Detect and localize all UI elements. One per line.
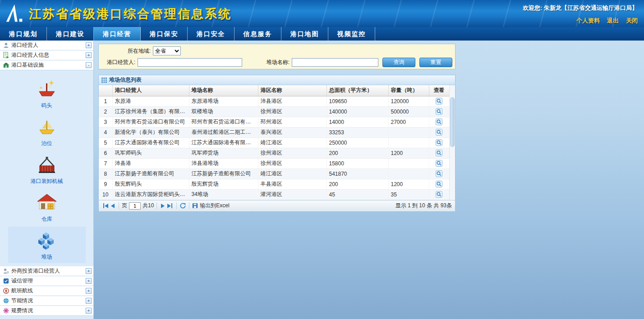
infrastructure-icon <box>2 62 9 69</box>
sidebar-group[interactable]: 诚信管理+ <box>0 276 93 286</box>
profile-link[interactable]: 个人资料 <box>576 17 600 25</box>
table-row[interactable]: 4新浦化学（泰兴）有限公司泰州港过船港区二期工程进...泰兴港区33253 <box>99 127 449 137</box>
expand-toggle-icon[interactable]: + <box>86 278 92 284</box>
column-header[interactable]: 查看 <box>429 85 449 96</box>
nav-tab[interactable]: 港口地图 <box>281 27 328 41</box>
column-header[interactable]: 港口经营人 <box>112 85 189 96</box>
row-number-header[interactable] <box>99 85 112 96</box>
view-icon[interactable] <box>436 191 442 198</box>
view-icon[interactable] <box>436 118 442 125</box>
nav-tab[interactable]: 港口建设 <box>47 27 94 41</box>
view-icon[interactable] <box>436 139 442 146</box>
table-row[interactable]: 6巩军师码头巩军师货场徐州港区2001200 <box>99 148 449 158</box>
logout-link[interactable]: 退出 <box>607 17 619 25</box>
table-row[interactable]: 3邳州市黄石货运港口有限公司邳州市黄石货运港口有限公...邳州港区1400027… <box>99 117 449 127</box>
nav-tab[interactable]: 港口经营 <box>94 27 141 41</box>
sidebar-group-label: 航班航线 <box>11 287 86 295</box>
view-icon[interactable] <box>436 108 442 115</box>
district-cell: 徐州港区 <box>258 158 327 169</box>
sidebar-bottom-groups: 外商投资港口经营人+诚信管理+航班航线+节能情况+规费情况+ <box>0 266 93 316</box>
area-cell: 250000 <box>327 137 388 148</box>
row-number-cell: 4 <box>99 127 112 137</box>
table-row[interactable]: 5江苏大通国际港务有限公司江苏大通国际港务有限公司靖江港区250000 <box>99 137 449 148</box>
expand-toggle-icon[interactable]: + <box>86 268 92 274</box>
view-cell <box>429 158 449 169</box>
expand-toggle-icon[interactable]: + <box>86 42 92 48</box>
scrollbar-thumb[interactable] <box>450 97 455 147</box>
sidebar-group-label: 港口经营人 <box>11 41 86 49</box>
close-link[interactable]: 关闭 <box>626 17 638 25</box>
expand-toggle-icon[interactable]: + <box>86 52 92 58</box>
export-excel-button[interactable]: 输出到Excel <box>192 202 229 210</box>
yard-name-input[interactable] <box>292 58 378 67</box>
page-input[interactable] <box>129 202 141 210</box>
pager-divider <box>176 202 177 209</box>
prev-page-button[interactable] <box>111 204 115 208</box>
view-icon[interactable] <box>436 170 442 177</box>
facility-item[interactable]: 堆场 <box>8 227 86 263</box>
table-row[interactable]: 8江苏新扬子造船有限公司江苏新扬子造船有限公司靖江港区541870 <box>99 169 449 179</box>
table-scrollbar[interactable] <box>449 85 455 200</box>
sidebar-group[interactable]: 港口经营人信息+ <box>0 50 93 60</box>
yard-name-cell: 江苏新扬子造船有限公司 <box>189 169 258 179</box>
facility-item[interactable]: 港口装卸机械 <box>8 151 86 187</box>
sidebar-group-label: 诚信管理 <box>11 277 86 285</box>
view-icon[interactable] <box>436 150 442 156</box>
yard-name-cell: 34堆场 <box>189 189 258 200</box>
nav-tab[interactable]: 港口安全 <box>188 27 235 41</box>
sidebar-group[interactable]: 节能情况+ <box>0 296 93 306</box>
facility-item[interactable]: 码头 <box>8 75 86 112</box>
operator-input[interactable] <box>138 58 242 67</box>
view-icon[interactable] <box>436 129 442 136</box>
view-icon[interactable] <box>436 160 442 167</box>
column-header[interactable]: 堆场名称 <box>189 85 258 96</box>
table-row[interactable]: 10连云港新东方国际货柜码头有限...34堆场灌河港区4535 <box>99 189 449 200</box>
sidebar-group[interactable]: 港口基础设施- <box>0 60 93 70</box>
last-page-button[interactable] <box>167 203 172 208</box>
sidebar-group[interactable]: 航班航线+ <box>0 286 93 296</box>
sidebar-group-label: 港口经营人信息 <box>11 51 86 59</box>
region-select[interactable]: 全省 <box>153 46 181 55</box>
view-cell <box>429 189 449 200</box>
reset-button[interactable]: 重置 <box>419 58 452 67</box>
column-header[interactable]: 总面积（平方米） <box>327 85 388 96</box>
table-row[interactable]: 9殷宪辉码头殷宪辉货场丰县港区2001200 <box>99 179 449 189</box>
sidebar-group[interactable]: 外商投资港口经营人+ <box>0 266 93 276</box>
main-content: 所在地域: 全省 港口经营人: 堆场名称: 查询 重置 <box>98 44 455 212</box>
app-logo-icon <box>5 2 27 25</box>
pager-divider <box>119 202 119 209</box>
column-header[interactable]: 容量（吨） <box>388 85 429 96</box>
facility-item[interactable]: 泊位 <box>8 113 86 150</box>
expand-toggle-icon[interactable]: - <box>86 62 92 68</box>
nav-tab[interactable]: 港口规划 <box>0 27 47 41</box>
sidebar-group[interactable]: 规费情况+ <box>0 306 93 316</box>
facility-item[interactable]: 仓库 <box>8 189 86 225</box>
column-header[interactable]: 港区名称 <box>258 85 327 96</box>
sidebar: 港口经营人+港口经营人信息+港口基础设施- 码头泊位港口装卸机械仓库堆场 外商投… <box>0 41 94 319</box>
refresh-icon[interactable] <box>179 202 186 209</box>
table-row[interactable]: 1东原港东原港堆场沛县港区109650120000 <box>99 96 449 106</box>
district-cell: 灌河港区 <box>258 189 327 200</box>
area-cell: 33253 <box>327 127 388 137</box>
capacity-cell: 1200 <box>388 179 429 189</box>
nav-tab[interactable]: 港口保安 <box>141 27 188 41</box>
total-pages-label: 共10 <box>143 202 154 210</box>
view-icon[interactable] <box>436 181 442 187</box>
nav-tab[interactable]: 视频监控 <box>328 27 375 41</box>
next-page-button[interactable] <box>161 204 165 208</box>
expand-toggle-icon[interactable]: + <box>86 308 92 314</box>
query-button[interactable]: 查询 <box>382 58 415 67</box>
expand-toggle-icon[interactable]: + <box>86 288 92 294</box>
view-icon[interactable] <box>436 98 442 105</box>
first-page-button[interactable] <box>103 203 108 208</box>
nav-tab[interactable]: 信息服务 <box>235 27 281 41</box>
sidebar-group[interactable]: 港口经营人+ <box>0 41 93 50</box>
table-row[interactable]: 2江苏徐州港务（集团）有限公司双楼堆场徐州港区140000500000 <box>99 106 449 117</box>
expand-toggle-icon[interactable]: + <box>86 298 92 304</box>
yard-name-cell: 双楼堆场 <box>189 106 258 117</box>
dock-icon <box>37 79 57 99</box>
table-row[interactable]: 7沛县港沛县港堆场徐州港区15800 <box>99 158 449 169</box>
berth-icon <box>37 117 57 137</box>
yard-name-cell: 沛县港堆场 <box>189 158 258 169</box>
area-cell: 200 <box>327 148 388 158</box>
